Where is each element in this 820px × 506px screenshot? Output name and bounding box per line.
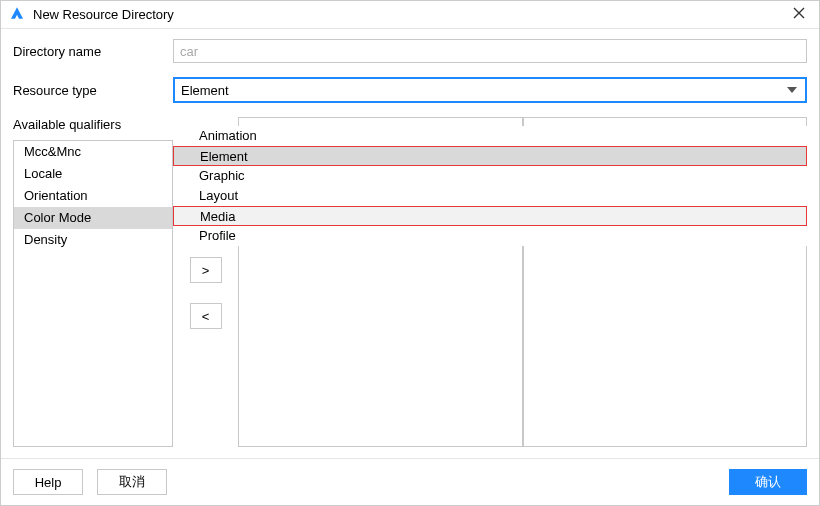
- option-media[interactable]: Media: [173, 206, 807, 226]
- qualifier-density[interactable]: Density: [14, 229, 172, 251]
- available-qualifiers-label: Available qualifiers: [13, 117, 173, 132]
- resource-type-combo[interactable]: Element: [173, 77, 807, 103]
- qualifiers-column: Available qualifiers Mcc&Mnc Locale Orie…: [13, 117, 173, 447]
- directory-name-label: Directory name: [13, 44, 173, 59]
- dialog-window: New Resource Directory Directory name Re…: [0, 0, 820, 506]
- option-graphic[interactable]: Graphic: [173, 166, 807, 186]
- qualifier-locale[interactable]: Locale: [14, 163, 172, 185]
- chevron-down-icon: [787, 87, 797, 93]
- resource-type-dropdown[interactable]: Animation Element Graphic Layout Media P…: [173, 126, 807, 246]
- close-icon[interactable]: [789, 5, 809, 23]
- move-right-button[interactable]: >: [190, 257, 222, 283]
- option-layout[interactable]: Layout: [173, 186, 807, 206]
- option-element[interactable]: Element: [173, 146, 807, 166]
- move-left-button[interactable]: <: [190, 303, 222, 329]
- qualifier-color-mode[interactable]: Color Mode: [14, 207, 172, 229]
- resource-type-label: Resource type: [13, 83, 173, 98]
- dialog-footer: Help 取消 确认: [1, 458, 819, 505]
- titlebar: New Resource Directory: [1, 1, 819, 29]
- row-directory-name: Directory name: [13, 39, 807, 63]
- dialog-content: Directory name Resource type Element Ava…: [1, 29, 819, 458]
- dialog-title: New Resource Directory: [33, 7, 789, 22]
- ok-button[interactable]: 确认: [729, 469, 807, 495]
- resource-type-value: Element: [181, 83, 787, 98]
- help-button[interactable]: Help: [13, 469, 83, 495]
- qualifier-orientation[interactable]: Orientation: [14, 185, 172, 207]
- option-profile[interactable]: Profile: [173, 226, 807, 246]
- directory-name-input[interactable]: [173, 39, 807, 63]
- option-animation[interactable]: Animation: [173, 126, 807, 146]
- row-resource-type: Resource type Element: [13, 77, 807, 103]
- app-icon: [9, 6, 25, 22]
- qualifier-mcc[interactable]: Mcc&Mnc: [14, 141, 172, 163]
- available-qualifiers-list[interactable]: Mcc&Mnc Locale Orientation Color Mode De…: [13, 140, 173, 447]
- cancel-button[interactable]: 取消: [97, 469, 167, 495]
